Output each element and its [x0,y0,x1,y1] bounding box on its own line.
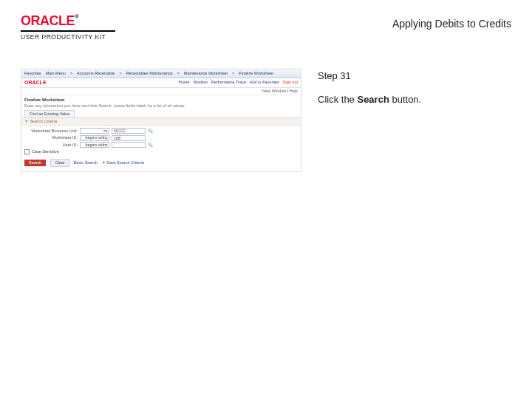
breadcrumb-item[interactable]: Receivables Maintenance [126,71,173,76]
worksheet-label: Worksheet ID: [24,135,78,140]
case-sensitive-checkbox[interactable] [24,149,30,154]
content-area: Favorites Main Menu > Accounts Receivabl… [0,47,532,172]
product-line: USER PRODUCTIVITY KIT [21,33,115,41]
user-label: User ID: [24,143,78,148]
user-operator-select[interactable]: begins with [80,142,109,148]
save-icon: ✦ [102,160,106,165]
logo-rule [21,30,115,32]
perf-trace-link[interactable]: Performance Trace [211,80,246,85]
instruction-column: Step 31 Click the Search button. [318,69,511,172]
find-existing-tab[interactable]: Find an Existing Value [24,110,75,117]
collapse-icon: ▼ [24,119,28,123]
save-search-link[interactable]: ✦Save Search Criteria [102,160,144,166]
breadcrumb-item[interactable]: Finalize Worksheet [239,71,273,76]
clear-button[interactable]: Clear [50,159,69,167]
home-link[interactable]: Home [179,80,190,85]
bu-label: Worksheet Business Unit: [24,129,78,134]
page-title: Finalize Worksheet [21,95,301,103]
oracle-logo: ORACLE® [21,13,115,29]
worksheet-input[interactable]: 108 [112,135,146,141]
oracle-logo-tm: ® [75,13,78,20]
search-criteria-header[interactable]: ▼Search Criteria [21,118,301,126]
search-pane: ▼Search Criteria Worksheet Business Unit… [21,117,301,171]
worklist-link[interactable]: Worklist [194,80,208,85]
oracle-logo-text: ORACLE [21,13,75,28]
instruction-text: Click the Search button. [318,93,511,106]
sub-links[interactable]: New Window | Help [21,88,301,95]
button-row: Search Clear Basic Search ✦Save Search C… [21,157,301,171]
brand-row: ORACLE Home Worklist Performance Trace A… [21,78,301,88]
basic-search-link[interactable]: Basic Search [74,160,98,166]
instruction-pre: Click the [318,94,357,105]
search-form: Worksheet Business Unit: = NCCC 🔍 Worksh… [21,126,301,157]
page-header: ORACLE® USER PRODUCTIVITY KIT Applying D… [0,0,532,47]
worksheet-row: Worksheet ID: begins with 108 [24,135,298,141]
search-criteria-label: Search Criteria [30,119,57,123]
add-favorites-link[interactable]: Add to Favorites [250,80,279,85]
top-links: Home Worklist Performance Trace Add to F… [179,80,298,85]
breadcrumb-bar: Favorites Main Menu > Accounts Receivabl… [21,69,301,78]
breadcrumb-item[interactable]: Maintenance Worksheet [184,71,228,76]
instruction-post: button. [389,94,421,105]
page-description: Enter any information you have and click… [21,103,301,111]
instruction-bold: Search [357,94,389,105]
worksheet-operator-select[interactable]: begins with [80,135,109,141]
breadcrumb-item[interactable]: Main Menu [46,71,66,76]
search-button[interactable]: Search [24,160,46,166]
signout-link[interactable]: Sign out [283,80,298,85]
app-screenshot: Favorites Main Menu > Accounts Receivabl… [21,69,301,172]
breadcrumb-item[interactable]: Favorites [24,71,41,76]
case-sensitive-row: Case Sensitive [24,149,298,154]
mini-oracle-logo: ORACLE [24,80,47,86]
user-input[interactable] [112,142,146,148]
bu-operator-select[interactable]: = [80,128,109,134]
logo-block: ORACLE® USER PRODUCTIVITY KIT [21,13,115,41]
step-label: Step 31 [318,70,511,81]
topic-title: Applying Debits to Credits [392,18,511,30]
user-row: User ID: begins with 🔍 [24,142,298,148]
bu-row: Worksheet Business Unit: = NCCC 🔍 [24,128,298,134]
case-sensitive-label: Case Sensitive [32,149,59,154]
screenshot-column: Favorites Main Menu > Accounts Receivabl… [21,69,301,172]
lookup-icon[interactable]: 🔍 [148,129,153,134]
breadcrumb-item[interactable]: Accounts Receivable [77,71,115,76]
bu-input[interactable]: NCCC [112,128,146,134]
lookup-icon[interactable]: 🔍 [148,143,153,148]
